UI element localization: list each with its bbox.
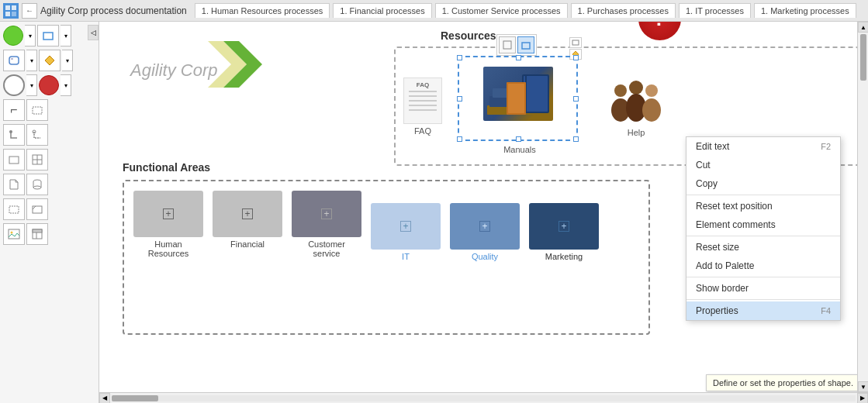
diamond-tool[interactable] (39, 50, 61, 71)
menu-show-border[interactable]: Show border (686, 279, 840, 298)
scroll-track[interactable] (112, 395, 856, 401)
diamond-dropdown[interactable]: ▾ (62, 50, 73, 71)
collapse-toolbar-button[interactable]: ◁ (88, 25, 99, 40)
func-marketing-plus[interactable]: + (558, 221, 569, 232)
scroll-left-button[interactable]: ◀ (99, 393, 110, 404)
image-tool[interactable] (3, 223, 25, 245)
scroll-down-button[interactable]: ▼ (858, 381, 868, 392)
circle-outline-tool[interactable] (3, 74, 25, 96)
func-it-plus[interactable]: + (400, 221, 411, 232)
resource-help: ? Help (605, 75, 667, 137)
tab-hr[interactable]: 1. Human Resources processes (195, 3, 330, 18)
svg-point-46 (642, 98, 661, 122)
toolbar-row-1: ▾ ▾ (3, 25, 95, 46)
func-customer-plus[interactable]: + (321, 208, 332, 219)
menu-sep-4 (686, 299, 840, 300)
help-ball-container: ? (638, 22, 681, 40)
shape-option-rect[interactable] (569, 37, 582, 48)
func-hr-box[interactable]: + (133, 191, 203, 237)
canvas-area[interactable]: Agility Corp Resources FAQ FAQ (99, 22, 868, 403)
dashed-small-tool[interactable] (3, 198, 25, 220)
dashed-corner-tool[interactable] (26, 124, 48, 146)
manuals-label: Manuals (458, 145, 582, 154)
plain-rect-tool[interactable] (3, 149, 25, 170)
menu-edit-text[interactable]: Edit text F2 (686, 137, 840, 156)
back-button[interactable]: ← (22, 3, 37, 19)
doc-tool[interactable] (3, 174, 25, 195)
handle-mr[interactable] (573, 96, 579, 102)
menu-reset-text-label: Reset text position (696, 201, 773, 212)
menu-add-palette[interactable]: Add to Palette (686, 257, 840, 275)
tab-marketing[interactable]: 1. Marketing processes (754, 3, 856, 18)
svg-point-45 (645, 84, 658, 97)
svg-point-19 (33, 186, 41, 189)
scroll-thumb[interactable] (112, 395, 158, 401)
menu-reset-size[interactable]: Reset size (686, 238, 840, 257)
circle-red-dropdown[interactable]: ▾ (61, 74, 71, 96)
menu-reset-text[interactable]: Reset text position (686, 197, 840, 215)
func-it-box[interactable]: + (371, 203, 441, 250)
svg-rect-5 (9, 57, 19, 64)
corner-tool[interactable]: ⌐ (3, 99, 25, 121)
mini-new-btn[interactable] (499, 36, 516, 53)
handle-tm[interactable] (516, 55, 521, 60)
circle-red-tool[interactable] (39, 75, 59, 95)
tab-financial[interactable]: 1. Financial processes (333, 3, 431, 18)
handle-bl[interactable] (457, 136, 462, 142)
grid-tool[interactable] (26, 149, 48, 170)
func-marketing-box[interactable]: + (529, 203, 599, 250)
selection-rectangle (458, 56, 578, 141)
circle-tool[interactable] (3, 26, 23, 46)
svg-rect-30 (522, 43, 530, 49)
menu-copy[interactable]: Copy (686, 174, 840, 193)
small-corner-tool[interactable] (3, 124, 25, 146)
mini-rect-btn[interactable] (517, 36, 534, 53)
menu-element-comments[interactable]: Element comments (686, 215, 840, 234)
rounded-rect-tool[interactable] (3, 50, 25, 71)
menu-show-border-label: Show border (696, 283, 749, 294)
tab-customer-service[interactable]: 1. Customer Service processes (435, 3, 568, 18)
circle-dropdown[interactable]: ▾ (25, 25, 36, 46)
circle-outline-dropdown[interactable]: ▾ (26, 74, 37, 96)
svg-rect-11 (9, 157, 19, 164)
handle-bm[interactable] (516, 136, 521, 142)
bottom-scrollbar[interactable]: ◀ ▶ (99, 392, 868, 403)
scroll-up-button[interactable]: ▲ (858, 22, 868, 33)
handle-tl[interactable] (457, 55, 462, 60)
func-customer-box[interactable]: + (292, 191, 361, 237)
rounded-rect-dropdown[interactable]: ▾ (26, 50, 37, 71)
handle-tr[interactable] (573, 55, 579, 60)
handle-ml[interactable] (457, 96, 462, 102)
scroll-right-button[interactable]: ▶ (857, 393, 868, 404)
menu-add-palette-label: Add to Palette (696, 260, 754, 271)
func-financial-box[interactable]: + (213, 191, 282, 237)
tab-purchases[interactable]: 1. Purchases processes (571, 3, 676, 18)
dashed-rect-tool[interactable] (26, 99, 48, 121)
toolbar-row-4: ⌐ (3, 99, 95, 121)
handle-br[interactable] (573, 136, 579, 142)
tab-it[interactable]: 1. IT processes (679, 3, 751, 18)
svg-marker-7 (45, 56, 54, 65)
rect-tool[interactable] (37, 25, 59, 46)
func-financial-plus[interactable]: + (242, 208, 253, 219)
rect-dropdown[interactable]: ▾ (61, 25, 71, 46)
svg-point-9 (9, 130, 12, 133)
corner-small-tool[interactable] (26, 198, 48, 220)
svg-point-23 (11, 232, 13, 234)
svg-rect-21 (33, 206, 42, 213)
svg-rect-1 (12, 5, 16, 10)
toolbar-row-9 (3, 223, 95, 245)
menu-element-comments-label: Element comments (696, 219, 776, 230)
menu-properties[interactable]: Properties F4 (686, 301, 840, 320)
context-menu: Edit text F2 Cut Copy Reset text positio… (686, 136, 841, 321)
func-hr-plus[interactable]: + (163, 208, 174, 219)
func-quality-plus[interactable]: + (479, 221, 490, 232)
table-tool[interactable] (26, 223, 48, 245)
func-quality-box[interactable]: + (450, 203, 520, 250)
menu-cut[interactable]: Cut (686, 156, 840, 174)
right-scroll-thumb[interactable] (860, 34, 866, 81)
svg-point-41 (614, 84, 627, 97)
toolbar-row-3: ▾ ▾ (3, 74, 95, 96)
cylinder-tool[interactable] (26, 174, 48, 195)
right-scrollbar[interactable]: ▲ ▼ (857, 22, 868, 392)
